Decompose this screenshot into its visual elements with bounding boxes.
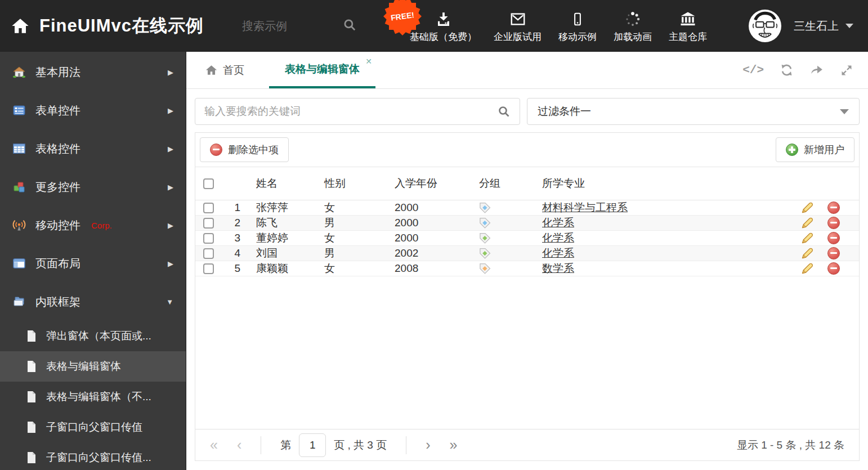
- header-search-input[interactable]: [242, 20, 326, 33]
- content-area: 过滤条件一 删除选中项 新增用户 姓名 性别 入学年份: [186, 89, 868, 470]
- brand[interactable]: FineUIMvc在线示例: [11, 0, 204, 52]
- sidebar-subitem-popup-window[interactable]: 弹出窗体（本页面或...: [0, 321, 186, 351]
- expand-icon[interactable]: [840, 64, 853, 77]
- nav-theme-store[interactable]: 主题仓库: [669, 8, 707, 43]
- filter-dropdown-value: 过滤条件一: [538, 104, 591, 119]
- sidebar-item-grid-controls[interactable]: 表格控件 ▶: [0, 129, 186, 168]
- row-number: 4: [221, 246, 245, 261]
- row-number: 2: [221, 216, 245, 230]
- row-name: 刘国: [245, 246, 317, 261]
- edit-pencil-icon[interactable]: [801, 217, 813, 229]
- download-icon: [435, 8, 452, 28]
- page-number-input[interactable]: [299, 433, 326, 457]
- close-icon[interactable]: ✕: [365, 57, 372, 66]
- sidebar-item-more-controls[interactable]: 更多控件 ▶: [0, 168, 186, 206]
- row-checkbox[interactable]: [203, 248, 214, 259]
- tag-icon: [479, 202, 491, 214]
- share-icon[interactable]: [809, 63, 824, 77]
- sidebar-subitem-label: 子窗口向父窗口传值...: [46, 450, 151, 465]
- keyword-search-input[interactable]: [204, 105, 497, 118]
- sidebar-item-label: 移动控件: [35, 218, 80, 233]
- minus-circle-icon: [210, 144, 222, 156]
- major-link[interactable]: 化学系: [542, 231, 574, 245]
- sidebar-item-basic-usage[interactable]: 基本用法 ▶: [0, 53, 186, 91]
- row-checkbox[interactable]: [203, 203, 214, 213]
- nav-loading-animation[interactable]: 加载动画: [614, 8, 652, 43]
- code-icon[interactable]: </>: [742, 64, 764, 77]
- major-link[interactable]: 材料科学与工程系: [542, 200, 628, 215]
- chevron-right-icon: ▶: [168, 68, 173, 77]
- table-row: 5 康颖颖 女 2008 数学系: [195, 261, 859, 276]
- column-major: 所学专业: [533, 167, 794, 200]
- app-title: FineUIMvc在线示例: [39, 14, 204, 38]
- tab-home[interactable]: 首页: [205, 52, 244, 88]
- table-row: 4 刘国 男 2002 化学系: [195, 246, 859, 261]
- app-header: FineUIMvc在线示例 FREE! 基础版（免费） 企业版试用 移动示例: [0, 0, 868, 52]
- delete-row-icon[interactable]: [827, 247, 840, 259]
- nav-basic-edition[interactable]: 基础版（免费）: [410, 8, 477, 43]
- button-label: 新增用户: [804, 143, 844, 156]
- major-link[interactable]: 化学系: [542, 216, 574, 230]
- nav-mobile-demo[interactable]: 移动示例: [558, 8, 597, 43]
- folders-icon: [12, 295, 26, 308]
- select-all-checkbox[interactable]: [203, 178, 214, 189]
- last-page-button[interactable]: »: [450, 437, 458, 453]
- add-user-button[interactable]: 新增用户: [776, 137, 854, 162]
- next-page-button[interactable]: ›: [426, 437, 430, 453]
- edit-pencil-icon[interactable]: [801, 202, 813, 214]
- chevron-down-icon: ▼: [166, 298, 173, 306]
- chevron-right-icon: ▶: [168, 183, 173, 191]
- phone-icon: [570, 8, 585, 28]
- row-checkbox[interactable]: [203, 218, 214, 229]
- sidebar-subitem-child-to-parent[interactable]: 子窗口向父窗口传值: [0, 412, 186, 442]
- sidebar-subitem-grid-edit-window-2[interactable]: 表格与编辑窗体（不...: [0, 382, 186, 412]
- major-link[interactable]: 数学系: [542, 261, 574, 276]
- first-page-button[interactable]: «: [210, 437, 218, 453]
- sidebar-item-label: 基本用法: [35, 65, 80, 80]
- tab-grid-edit-window[interactable]: 表格与编辑窗体 ✕: [269, 52, 375, 88]
- filter-dropdown[interactable]: 过滤条件一: [527, 98, 860, 125]
- nav-label: 移动示例: [558, 30, 597, 43]
- blocks-icon: [12, 180, 26, 194]
- tag-icon: [479, 263, 491, 275]
- row-checkbox[interactable]: [203, 263, 214, 274]
- username: 三生石上: [794, 19, 839, 34]
- edit-pencil-icon[interactable]: [801, 247, 813, 259]
- antenna-icon: [12, 218, 26, 232]
- sidebar-subitem-label: 子窗口向父窗口传值: [46, 420, 142, 435]
- search-icon[interactable]: [497, 105, 511, 118]
- prev-page-button[interactable]: ‹: [237, 437, 241, 453]
- envelope-icon: [509, 8, 527, 28]
- edit-pencil-icon[interactable]: [801, 232, 813, 244]
- sidebar-subitem-child-to-parent-2[interactable]: 子窗口向父窗口传值...: [0, 442, 186, 470]
- sidebar-subitem-grid-edit-window[interactable]: 表格与编辑窗体: [0, 351, 186, 382]
- divider: [261, 436, 261, 454]
- user-menu[interactable]: 三生石上: [749, 0, 853, 52]
- table-row: 1 张萍萍 女 2000 材料科学与工程系: [195, 200, 859, 216]
- row-year: 2008: [387, 261, 470, 276]
- page-prefix-label: 第: [280, 438, 291, 453]
- bank-icon: [679, 8, 697, 28]
- search-icon[interactable]: [342, 17, 357, 34]
- delete-row-icon[interactable]: [827, 262, 840, 275]
- sidebar-item-mobile-controls[interactable]: 移动控件 Corp. ▶: [0, 206, 186, 244]
- delete-row-icon[interactable]: [827, 232, 840, 244]
- column-group: 分组: [470, 167, 533, 200]
- sidebar-item-page-layout[interactable]: 页面布局 ▶: [0, 244, 186, 283]
- nav-enterprise-trial[interactable]: 企业版试用: [494, 8, 542, 43]
- delete-row-icon[interactable]: [827, 217, 840, 229]
- row-gender: 男: [317, 246, 387, 261]
- sidebar-item-iframe[interactable]: 内联框架 ▼: [0, 283, 186, 321]
- major-link[interactable]: 化学系: [542, 246, 574, 261]
- delete-row-icon[interactable]: [827, 202, 840, 214]
- row-checkbox[interactable]: [203, 233, 214, 244]
- edit-pencil-icon[interactable]: [801, 262, 813, 275]
- layout-icon: [12, 257, 26, 270]
- nav-label: 主题仓库: [669, 30, 707, 43]
- sidebar-item-label: 页面布局: [35, 256, 80, 271]
- refresh-icon[interactable]: [780, 63, 794, 77]
- delete-selected-button[interactable]: 删除选中项: [200, 137, 289, 162]
- row-name: 陈飞: [245, 216, 317, 230]
- row-number: 5: [221, 261, 245, 276]
- sidebar-item-form-controls[interactable]: 表单控件 ▶: [0, 91, 186, 129]
